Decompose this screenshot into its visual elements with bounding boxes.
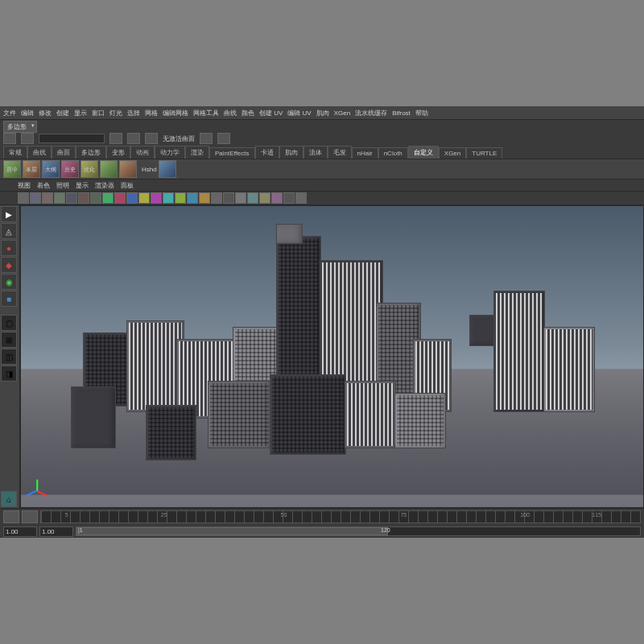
select-tool-icon[interactable]: ▶: [1, 206, 17, 222]
menu-edit-mesh[interactable]: 编辑网格: [163, 109, 188, 118]
menu-create-uv[interactable]: 创建 UV: [259, 109, 283, 118]
time-slider[interactable]: 5 25 50 75 100 115: [40, 510, 641, 523]
layout-two-icon[interactable]: ◫: [1, 349, 17, 365]
layout-single-icon[interactable]: ▢: [1, 315, 17, 331]
lasso-tool-icon[interactable]: ◬: [1, 223, 17, 239]
menu-help[interactable]: 帮助: [415, 109, 428, 118]
panel-menu-shading[interactable]: 着色: [37, 181, 50, 190]
panel-icon[interactable]: [223, 192, 234, 204]
shelf-icon-6[interactable]: [100, 160, 118, 178]
tab-custom[interactable]: 自定义: [408, 146, 439, 159]
panel-icon[interactable]: [271, 192, 283, 204]
range-slider[interactable]: |1 120: [76, 526, 641, 536]
menu-edit-uv[interactable]: 编辑 UV: [287, 109, 311, 118]
timeline-btn-2[interactable]: [22, 510, 38, 523]
menu-color[interactable]: 颜色: [242, 109, 254, 118]
range-start-input[interactable]: [3, 526, 37, 537]
status-btn-6[interactable]: [200, 133, 213, 144]
menu-select[interactable]: 选择: [127, 109, 140, 118]
range-slider-thumb[interactable]: [76, 527, 388, 535]
menu-mesh-tools[interactable]: 网格工具: [193, 109, 219, 118]
status-btn-7[interactable]: [217, 133, 230, 144]
panel-icon[interactable]: [235, 192, 246, 204]
status-btn-3[interactable]: [109, 133, 122, 144]
menu-window[interactable]: 窗口: [92, 109, 105, 118]
tab-anim[interactable]: 动画: [130, 146, 155, 159]
tab-muscle[interactable]: 肌肉: [279, 146, 303, 159]
panel-icon[interactable]: [151, 192, 162, 204]
panel-icon[interactable]: [259, 192, 270, 204]
shelf-icon-4[interactable]: 历史: [61, 160, 79, 178]
menu-xgen[interactable]: XGen: [334, 109, 350, 117]
panel-menu-panels[interactable]: 面板: [121, 181, 134, 190]
viewport-3d[interactable]: [20, 205, 644, 508]
move-tool-icon[interactable]: ◆: [1, 257, 17, 273]
shelf-icon-8[interactable]: [159, 160, 176, 178]
panel-icon[interactable]: [247, 192, 258, 204]
panel-icon[interactable]: [66, 192, 77, 204]
tab-poly[interactable]: 多边形: [76, 146, 106, 159]
panel-icon[interactable]: [78, 192, 89, 204]
panel-icon[interactable]: [295, 192, 307, 204]
layout-four-icon[interactable]: ⊞: [1, 332, 17, 348]
panel-icon[interactable]: [54, 192, 65, 204]
panel-icon[interactable]: [138, 192, 150, 204]
tab-dyn[interactable]: 动力学: [155, 146, 185, 159]
layout-three-icon[interactable]: ◨: [1, 365, 17, 382]
panel-icon[interactable]: [199, 192, 210, 204]
tab-curves[interactable]: 曲线: [27, 146, 52, 159]
panel-icon[interactable]: [18, 192, 29, 204]
rotate-tool-icon[interactable]: ◉: [1, 274, 17, 290]
menu-create[interactable]: 创建: [56, 109, 69, 118]
menu-bifrost[interactable]: Bifrost: [392, 109, 411, 117]
menu-file[interactable]: 文件: [3, 109, 16, 118]
panel-icon[interactable]: [42, 192, 53, 204]
tab-xgen[interactable]: XGen: [439, 147, 466, 159]
menu-muscle[interactable]: 肌肉: [316, 109, 329, 118]
menu-pipeline-cache[interactable]: 流水线缓存: [355, 109, 387, 118]
tab-render[interactable]: 渲染: [185, 146, 209, 159]
shelf-icon-7[interactable]: [119, 160, 137, 178]
tab-pfx[interactable]: PaintEffects: [209, 147, 255, 159]
timeline-btn-1[interactable]: [3, 510, 19, 523]
tab-turtle[interactable]: TURTLE: [466, 147, 502, 159]
shelf-icon-1[interactable]: 居中: [3, 160, 21, 178]
panel-menu-lighting[interactable]: 照明: [56, 181, 69, 190]
panel-icon[interactable]: [102, 192, 114, 204]
mode-dropdown[interactable]: 多边形: [3, 121, 37, 133]
tab-surfaces[interactable]: 曲面: [52, 146, 76, 159]
toolbox-bottom-icon[interactable]: ⌂: [1, 491, 17, 507]
paint-tool-icon[interactable]: ●: [1, 240, 17, 256]
tab-toon[interactable]: 卡通: [255, 146, 279, 159]
panel-icon[interactable]: [90, 192, 101, 204]
tab-general[interactable]: 常规: [3, 146, 27, 159]
status-btn-5[interactable]: [145, 133, 158, 144]
panel-menu-renderer[interactable]: 渲染器: [95, 181, 114, 190]
panel-menu-view[interactable]: 视图: [18, 181, 31, 190]
shelf-icon-3[interactable]: 大纲: [42, 160, 60, 178]
tab-nhair[interactable]: nHair: [352, 147, 378, 159]
panel-menu-show[interactable]: 显示: [76, 181, 89, 190]
panel-icon[interactable]: [114, 192, 126, 204]
panel-icon[interactable]: [163, 192, 174, 204]
panel-icon[interactable]: [30, 192, 41, 204]
panel-icon[interactable]: [211, 192, 222, 204]
status-btn-4[interactable]: [127, 133, 140, 144]
menu-mesh[interactable]: 网格: [145, 109, 158, 118]
scale-tool-icon[interactable]: ■: [1, 291, 17, 307]
panel-icon[interactable]: [187, 192, 198, 204]
tab-deform[interactable]: 变形: [106, 146, 130, 159]
shelf-icon-5[interactable]: 优化: [80, 160, 98, 178]
tab-fluid[interactable]: 流体: [303, 146, 328, 159]
tab-hair[interactable]: 毛发: [328, 146, 352, 159]
panel-icon[interactable]: [283, 192, 295, 204]
status-btn-1[interactable]: [3, 133, 16, 144]
status-btn-2[interactable]: [21, 133, 34, 144]
menu-modify[interactable]: 修改: [39, 109, 52, 118]
menu-display[interactable]: 显示: [74, 109, 87, 118]
panel-icon[interactable]: [126, 192, 138, 204]
panel-icon[interactable]: [175, 192, 186, 204]
status-input-1[interactable]: [39, 134, 105, 143]
menu-light[interactable]: 灯光: [109, 109, 122, 118]
menu-edit[interactable]: 编辑: [21, 109, 34, 118]
